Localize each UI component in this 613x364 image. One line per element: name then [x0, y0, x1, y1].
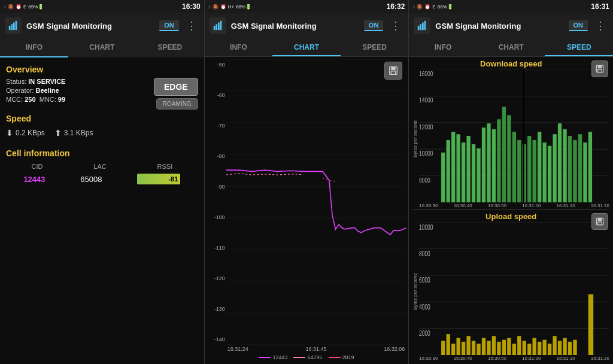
- svg-rect-102: [533, 338, 536, 355]
- svg-rect-42: [457, 134, 460, 202]
- up-arrow-icon: ⬆: [54, 128, 62, 138]
- battery-2: 68%🔋: [236, 4, 251, 10]
- svg-rect-58: [538, 132, 541, 202]
- overview-title: Overview: [6, 65, 198, 74]
- time-2: 16:32: [387, 2, 405, 11]
- svg-rect-110: [573, 340, 577, 355]
- operator-value: Beeline: [36, 87, 59, 94]
- battery-1: 69%🔋: [28, 4, 44, 10]
- y-label: -120: [214, 275, 225, 281]
- battery-3: 68%🔋: [438, 4, 453, 10]
- svg-rect-86: [451, 344, 455, 355]
- panel-speed: GSM Signal Monitoring ON ⋮ INFO CHART SP…: [409, 13, 613, 364]
- svg-rect-65: [573, 140, 577, 202]
- svg-rect-111: [588, 295, 593, 355]
- svg-rect-1: [11, 24, 13, 30]
- dl-x-label-6: 16:31:20: [591, 203, 609, 208]
- tab-speed-3[interactable]: SPEED: [545, 38, 613, 56]
- svg-rect-62: [558, 123, 562, 202]
- svg-rect-67: [584, 142, 587, 202]
- svg-rect-26: [598, 65, 602, 68]
- x-label-3: 16:32:06: [384, 346, 405, 352]
- signal-icon-2: ↕: [208, 4, 211, 10]
- tab-speed-2[interactable]: SPEED: [341, 38, 409, 56]
- upload-title: Upload speed: [412, 212, 609, 221]
- svg-rect-64: [568, 136, 572, 202]
- svg-rect-97: [508, 338, 511, 355]
- status-bar-1: ↕ 🔕 ⏰ E 69%🔋 16:30: [0, 0, 205, 13]
- tab-chart-3[interactable]: CHART: [477, 38, 545, 56]
- save-button-download[interactable]: [591, 60, 608, 77]
- svg-rect-52: [508, 115, 511, 202]
- svg-rect-7: [220, 21, 221, 30]
- svg-rect-41: [451, 132, 455, 202]
- on-badge-2[interactable]: ON: [364, 20, 384, 31]
- dl-x-label-5: 16:31:10: [557, 203, 575, 208]
- col-cid: CID: [31, 163, 43, 170]
- on-badge-3[interactable]: ON: [569, 20, 588, 31]
- legend-item-3: 2819: [329, 354, 354, 360]
- svg-rect-90: [472, 341, 475, 355]
- dl-x-label-3: 16:30:50: [488, 203, 506, 208]
- svg-rect-24: [424, 21, 426, 30]
- dl-x-label-1: 16:30:30: [419, 203, 438, 208]
- app-header-3: GSM Signal Monitoring ON ⋮: [409, 13, 613, 38]
- app-header-1: GSM Signal Monitoring ON ⋮: [0, 13, 204, 38]
- svg-rect-99: [517, 336, 521, 355]
- tab-info-1[interactable]: INFO: [0, 38, 68, 56]
- ul-x-label-4: 16:31:00: [522, 356, 541, 361]
- tab-info-3[interactable]: INFO: [409, 38, 477, 56]
- svg-text:8000: 8000: [419, 177, 430, 184]
- signal-icon-1: ↕: [4, 4, 6, 10]
- cell-info-title: Cell information: [6, 148, 198, 158]
- svg-rect-49: [492, 129, 496, 202]
- svg-rect-66: [578, 134, 582, 202]
- tab-chart-1[interactable]: CHART: [68, 38, 136, 56]
- ul-x-label-5: 16:31:10: [557, 356, 575, 361]
- y-label: -100: [214, 214, 225, 220]
- svg-text:10000: 10000: [419, 223, 433, 231]
- svg-rect-47: [482, 128, 485, 202]
- rssi-bar: -81: [137, 174, 180, 184]
- ul-x-label-2: 16:30:40: [454, 356, 472, 361]
- menu-dots-1[interactable]: ⋮: [184, 19, 199, 32]
- tab-chart-2[interactable]: CHART: [272, 38, 341, 56]
- svg-rect-43: [462, 142, 465, 202]
- svg-rect-84: [441, 341, 445, 355]
- speed-charts-content: Download speed Bytes per second: [409, 57, 613, 364]
- svg-text:2000: 2000: [419, 329, 430, 338]
- svg-rect-3: [16, 21, 17, 30]
- y-label: -80: [217, 153, 225, 159]
- svg-rect-53: [512, 132, 516, 202]
- save-button-upload[interactable]: [591, 213, 608, 230]
- svg-text:8000: 8000: [419, 249, 430, 257]
- svg-rect-107: [558, 341, 562, 355]
- svg-rect-71: [598, 218, 602, 221]
- tabs-2: INFO CHART SPEED: [205, 38, 409, 57]
- download-chart-section: Download speed Bytes per second: [409, 57, 613, 209]
- menu-dots-2[interactable]: ⋮: [388, 19, 403, 32]
- time-1: 16:30: [182, 2, 201, 11]
- tab-speed-1[interactable]: SPEED: [136, 38, 204, 56]
- chart-content: -50 -60 -70 -80 -90 -100 -110 -120 -130 …: [205, 57, 409, 364]
- alarm-icon-2: ⏰: [220, 4, 226, 10]
- svg-rect-105: [548, 344, 551, 355]
- upload-y-label: Bytes per second: [412, 222, 418, 362]
- status-bar-3: ↕ 🔕 ⏰ E 68%🔋 16:31: [409, 0, 613, 13]
- tab-info-2[interactable]: INFO: [205, 38, 273, 56]
- svg-text:12000: 12000: [419, 123, 433, 131]
- svg-rect-9: [392, 67, 396, 70]
- menu-dots-3[interactable]: ⋮: [593, 19, 608, 32]
- svg-rect-10: [392, 71, 396, 74]
- save-button-2[interactable]: [384, 62, 402, 80]
- status-bars: ↕ 🔕 ⏰ E 69%🔋 16:30 ↕ 🔕 ⏰ H+ 68%🔋 16:32 ↕…: [0, 0, 613, 13]
- svg-rect-63: [563, 129, 567, 202]
- svg-rect-108: [563, 338, 567, 355]
- svg-rect-104: [543, 340, 547, 355]
- svg-rect-109: [568, 342, 572, 355]
- svg-rect-5: [216, 24, 217, 30]
- svg-rect-85: [447, 334, 450, 355]
- info-content: Overview Status: IN SERVICE Operator: Be…: [0, 57, 204, 364]
- network-type-2: H+: [228, 4, 234, 10]
- on-badge-1[interactable]: ON: [159, 20, 179, 31]
